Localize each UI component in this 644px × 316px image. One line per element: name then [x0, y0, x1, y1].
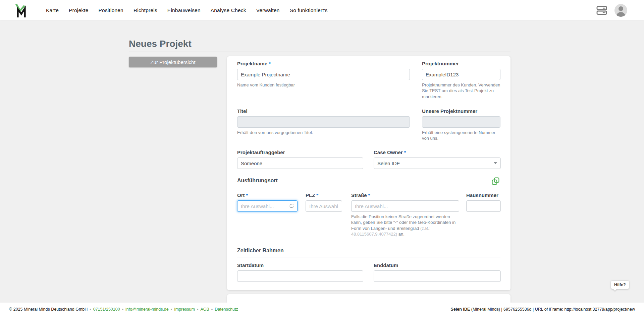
unsere-projektnummer-label: Unsere Projektnummer	[422, 108, 500, 114]
nav-item-positionen[interactable]: Positionen	[99, 7, 123, 13]
plz-field-group: PLZ*	[306, 192, 342, 212]
session-details: (Mineral Minds) | 69576255536d | URL of …	[470, 307, 635, 312]
strasse-field-group: Straße* Falls die Position keiner Straße…	[351, 192, 459, 237]
ausfuehrungsort-heading: Ausführungsort	[237, 178, 500, 184]
unsere-projektnummer-input	[422, 116, 500, 128]
loading-spinner-icon	[289, 204, 294, 208]
footer-link-phone[interactable]: 07151/250100	[93, 307, 120, 312]
enddatum-label: Enddatum	[374, 262, 501, 268]
title-divider	[129, 52, 511, 52]
footer-left: © 2025 Mineral Minds Deutschland GmbH • …	[9, 307, 238, 312]
required-asterisk: *	[246, 192, 248, 198]
case-owner-field-group: Case Owner* Selen IDE	[374, 149, 501, 169]
app-viewport: Karte Projekte Positionen Richtpreis Ein…	[0, 0, 644, 316]
startdatum-field-group: Startdatum	[237, 262, 363, 282]
main-nav: Karte Projekte Positionen Richtpreis Ein…	[46, 7, 328, 13]
projektnummer-input[interactable]	[422, 69, 500, 80]
case-owner-value: Selen IDE	[377, 161, 400, 166]
titel-helper: Erhält den von uns vorgegebenen Titel.	[237, 130, 410, 135]
titel-input	[237, 116, 410, 128]
hausnummer-field-group: Hausnummer	[466, 192, 501, 212]
enddatum-field-group: Enddatum	[374, 262, 501, 282]
server-icon[interactable]	[596, 6, 607, 15]
nav-item-projekte[interactable]: Projekte	[69, 7, 88, 13]
projektname-label: Projektname*	[237, 61, 410, 66]
unsere-projektnummer-helper: Erhält eine systemgenerierte Nummer von …	[422, 130, 500, 141]
enddatum-input[interactable]	[374, 270, 501, 282]
titel-field-group: Titel Erhält den von uns vorgegebenen Ti…	[237, 108, 410, 135]
strasse-helper: Falls die Position keiner Straße zugeord…	[351, 214, 459, 237]
unsere-projektnummer-field-group: Unsere Projektnummer Erhält eine systemg…	[422, 108, 500, 141]
projektnummer-field-group: Projektnummer Projektnummer des Kunden. …	[422, 61, 500, 100]
case-owner-label: Case Owner*	[374, 149, 501, 155]
projektauftraggeber-label: Projektauftraggeber	[237, 149, 363, 155]
help-button[interactable]: Hilfe?	[611, 281, 629, 289]
back-to-project-overview-button[interactable]: Zur Projektübersicht	[129, 57, 217, 67]
required-asterisk: *	[269, 61, 271, 66]
footer-link-impressum[interactable]: Impressum	[174, 307, 195, 312]
mineral-minds-logo[interactable]	[15, 3, 28, 18]
section-divider	[237, 257, 500, 257]
ort-field-group: Ort*	[237, 192, 298, 212]
titel-label: Titel	[237, 108, 410, 114]
session-user: Selen IDE	[451, 307, 470, 312]
avatar-head	[619, 6, 623, 11]
chevron-down-icon	[494, 162, 497, 164]
startdatum-label: Startdatum	[237, 262, 363, 268]
hausnummer-label: Hausnummer	[466, 192, 501, 198]
nav-item-einbauweisen[interactable]: Einbauweisen	[167, 7, 201, 13]
required-asterisk: *	[316, 192, 318, 198]
footer-link-email[interactable]: info@mineral-minds.de	[125, 307, 169, 312]
footer: © 2025 Mineral Minds Deutschland GmbH • …	[0, 303, 644, 316]
footer-link-agb[interactable]: AGB	[200, 307, 209, 312]
hausnummer-input[interactable]	[466, 200, 501, 212]
ort-input[interactable]	[237, 200, 298, 212]
ort-label: Ort*	[237, 192, 298, 198]
projektnummer-label: Projektnummer	[422, 61, 500, 66]
case-owner-select[interactable]: Selen IDE	[374, 157, 501, 169]
navbar-right	[596, 4, 627, 17]
zeitlicher-rahmen-section-header: Zeitlicher Rahmen	[237, 248, 500, 257]
nav-item-karte[interactable]: Karte	[46, 7, 59, 13]
ausfuehrungsort-section-header: Ausführungsort	[237, 178, 500, 187]
zeitlicher-rahmen-heading: Zeitlicher Rahmen	[237, 248, 500, 254]
required-asterisk: *	[368, 192, 370, 198]
footer-session-info: Selen IDE (Mineral Minds) | 69576255536d…	[451, 307, 635, 312]
page-title: Neues Projekt	[129, 39, 192, 49]
section-divider	[237, 187, 500, 187]
plz-input[interactable]	[306, 200, 342, 212]
copyright-text: © 2025 Mineral Minds Deutschland GmbH	[9, 307, 88, 312]
nav-item-analyse-check[interactable]: Analyse Check	[211, 7, 246, 13]
nav-item-so-funktionierts[interactable]: So funktioniert's	[290, 7, 328, 13]
strasse-input[interactable]	[351, 200, 459, 212]
user-avatar-icon[interactable]	[614, 4, 627, 17]
next-form-card-partial	[227, 294, 511, 303]
strasse-label: Straße*	[351, 192, 459, 198]
startdatum-input[interactable]	[237, 270, 363, 282]
logo-icon	[15, 3, 28, 18]
projektnummer-helper: Projektnummer des Kunden. Verwenden Sie …	[422, 82, 500, 100]
required-asterisk: *	[404, 149, 406, 155]
nav-item-richtpreis[interactable]: Richtpreis	[133, 7, 157, 13]
top-navbar: Karte Projekte Positionen Richtpreis Ein…	[0, 0, 644, 20]
projektname-helper: Name vom Kunden festlegbar	[237, 82, 410, 88]
projektname-field-group: Projektname* Name vom Kunden festlegbar	[237, 61, 410, 88]
projektauftraggeber-field-group: Projektauftraggeber	[237, 149, 363, 169]
copy-icon[interactable]	[491, 177, 500, 186]
plz-label: PLZ*	[306, 192, 342, 198]
avatar-torso	[616, 12, 626, 17]
new-project-form-card: Projektname* Name vom Kunden festlegbar …	[227, 56, 511, 290]
nav-item-verwalten[interactable]: Verwalten	[256, 7, 280, 13]
projektname-input[interactable]	[237, 69, 410, 80]
projektauftraggeber-input[interactable]	[237, 157, 363, 169]
footer-link-datenschutz[interactable]: Datenschutz	[215, 307, 238, 312]
